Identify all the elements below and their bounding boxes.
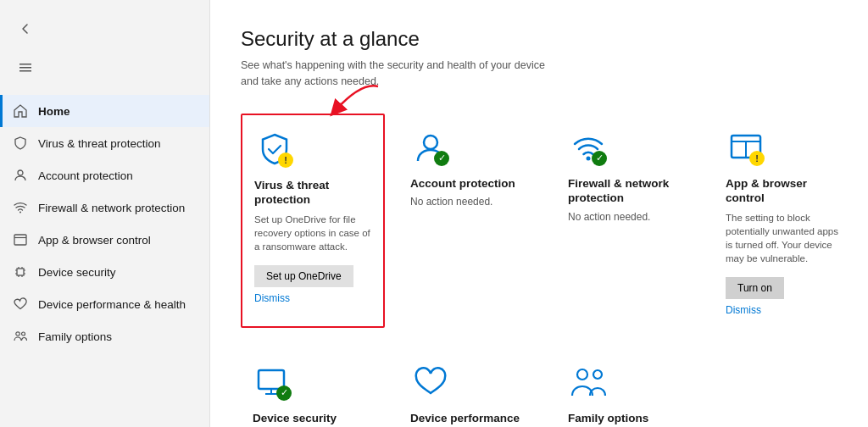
hamburger-button[interactable]	[10, 53, 41, 83]
devsec-icon-area: ✓	[253, 362, 293, 402]
home-icon	[13, 103, 28, 119]
svg-point-17	[22, 332, 25, 336]
virus-threat-card: ! Virus & threat protection Set up OneDr…	[241, 114, 385, 328]
devhealth-icon-area	[410, 362, 451, 402]
firewall-card: ✓ Firewall & network protection No actio…	[556, 114, 700, 328]
family-card-title: Family options	[568, 411, 688, 426]
wifi-icon	[13, 200, 28, 215]
family-options-card: Family options Manage how your family us…	[556, 348, 700, 427]
account-card-status: No action needed.	[410, 196, 531, 208]
account-ok-badge: ✓	[434, 151, 449, 166]
svg-point-3	[18, 170, 23, 175]
sidebar-item-account[interactable]: Account protection	[0, 159, 209, 191]
appbrowser-card-desc: The setting to block potentially unwante…	[726, 211, 846, 265]
family-people-icon	[568, 365, 609, 399]
sidebar-item-account-label: Account protection	[38, 169, 133, 182]
hamburger-icon	[19, 61, 32, 75]
page-title: Security at a glance	[241, 27, 837, 51]
devhealth-card-title: Device performance & health	[410, 411, 531, 427]
sidebar-item-devicesecurity-label: Device security	[38, 266, 116, 279]
svg-point-27	[577, 369, 587, 380]
sidebar-item-firewall-label: Firewall & network protection	[38, 202, 185, 214]
sidebar-item-deviceperf-label: Device performance & health	[38, 298, 186, 311]
virus-card-title: Virus & threat protection	[254, 178, 371, 208]
window-icon	[13, 232, 28, 247]
back-button[interactable]	[10, 14, 41, 44]
sidebar: Home Virus & threat protection Account p…	[0, 0, 210, 427]
account-card-title: Account protection	[410, 176, 531, 191]
sidebar-nav: Home Virus & threat protection Account p…	[0, 95, 209, 352]
appbrowser-card-icon-area: !	[726, 127, 766, 168]
virus-card-icon-area: !	[254, 129, 295, 169]
sidebar-item-virus[interactable]: Virus & threat protection	[0, 127, 209, 159]
people-icon	[13, 329, 28, 344]
sidebar-item-deviceperf[interactable]: Device performance & health	[0, 288, 209, 320]
main-content: Security at a glance See what's happenin…	[210, 0, 868, 427]
heart-icon	[13, 297, 28, 312]
bottom-cards-row: ✓ Device security View status and manage…	[241, 348, 837, 427]
appbrowser-card-dismiss[interactable]: Dismiss	[726, 304, 846, 316]
cpu-icon	[13, 264, 28, 280]
device-security-card: ✓ Device security View status and manage…	[241, 348, 385, 427]
appbrowser-card-title: App & browser control	[726, 176, 846, 206]
virus-card-dismiss[interactable]: Dismiss	[254, 292, 371, 304]
svg-rect-7	[17, 269, 24, 275]
sidebar-item-devicesecurity[interactable]: Device security	[0, 256, 209, 288]
svg-rect-2	[19, 70, 31, 72]
firewall-card-status: No action needed.	[568, 211, 688, 223]
firewall-card-title: Firewall & network protection	[568, 176, 688, 206]
sidebar-item-family-label: Family options	[38, 330, 112, 343]
shield-icon	[13, 136, 28, 151]
turnon-button[interactable]: Turn on	[726, 277, 784, 299]
setup-onedrive-button[interactable]: Set up OneDrive	[254, 265, 353, 287]
svg-rect-0	[19, 64, 31, 65]
sidebar-item-firewall[interactable]: Firewall & network protection	[0, 191, 209, 224]
sidebar-item-appbrowser[interactable]: App & browser control	[0, 224, 209, 256]
device-health-heart-icon	[413, 365, 448, 399]
svg-rect-1	[19, 67, 31, 69]
svg-point-19	[424, 136, 437, 149]
back-icon	[19, 22, 32, 36]
sidebar-item-family[interactable]: Family options	[0, 320, 209, 352]
account-card-icon-area: ✓	[410, 127, 451, 168]
svg-rect-5	[14, 235, 26, 245]
svg-point-16	[16, 332, 19, 336]
person-icon	[13, 168, 28, 183]
svg-point-28	[593, 370, 602, 379]
account-protection-card: ✓ Account protection No action needed.	[398, 114, 542, 328]
sidebar-item-home-label: Home	[38, 105, 70, 118]
svg-point-20	[587, 156, 591, 160]
virus-card-desc: Set up OneDrive for file recovery option…	[254, 213, 371, 253]
family-icon-area	[568, 362, 609, 402]
page-subtitle: See what's happening with the security a…	[241, 58, 837, 90]
devsec-card-title: Device security	[253, 411, 373, 426]
sidebar-item-appbrowser-label: App & browser control	[38, 234, 151, 247]
svg-point-4	[19, 212, 21, 214]
appbrowser-warn-badge: !	[749, 151, 765, 166]
appbrowser-card: ! App & browser control The setting to b…	[714, 114, 858, 328]
sidebar-item-home[interactable]: Home	[0, 95, 209, 127]
firewall-card-icon-area: ✓	[568, 127, 609, 168]
top-cards-row: ! Virus & threat protection Set up OneDr…	[241, 114, 837, 328]
sidebar-item-virus-label: Virus & threat protection	[38, 137, 161, 150]
warning-badge: !	[278, 152, 293, 168]
devsec-ok-badge: ✓	[276, 385, 292, 401]
device-health-card: Device performance & health No action ne…	[398, 348, 542, 427]
firewall-ok-badge: ✓	[592, 151, 607, 166]
